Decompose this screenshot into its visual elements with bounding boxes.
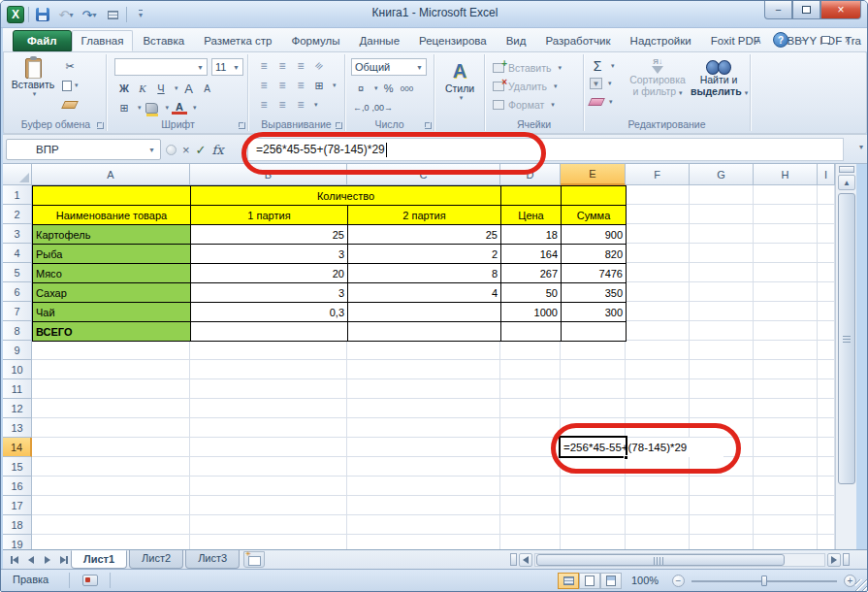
cell-D3[interactable]: 18 — [500, 224, 562, 245]
formula-input[interactable]: =256*45-55+(78-145)*29 — [247, 138, 844, 161]
close-button[interactable]: × — [820, 1, 861, 19]
increase-indent-button[interactable]: ≡ — [274, 97, 290, 113]
cell-C3[interactable]: 25 — [347, 224, 501, 245]
cell-A8[interactable]: ВСЕГО — [32, 321, 191, 342]
grow-font-button[interactable]: А — [181, 81, 197, 96]
italic-button[interactable]: К — [135, 81, 150, 96]
shrink-font-button[interactable]: А — [200, 81, 215, 96]
fill-handle[interactable] — [624, 455, 628, 460]
cell-E4[interactable]: 820 — [561, 244, 627, 264]
insert-worksheet-button[interactable] — [243, 551, 265, 568]
tab-Разметка стр[interactable]: Разметка стр — [194, 30, 281, 51]
comma-style-button[interactable]: 000 — [400, 81, 415, 96]
normal-view-button[interactable] — [558, 573, 579, 589]
tab-Главная[interactable]: Главная — [72, 30, 134, 51]
row-header-17[interactable]: 17 — [3, 496, 32, 515]
align-top-icon[interactable]: ≡ — [256, 58, 272, 74]
cell-A1[interactable] — [32, 185, 191, 206]
help-button[interactable]: ? — [773, 32, 788, 48]
align-left-icon[interactable]: ≡ — [256, 78, 272, 93]
cell-B2[interactable]: 1 партия — [190, 205, 348, 225]
row-header-8[interactable]: 8 — [3, 321, 32, 341]
cell-C4[interactable]: 2 — [347, 244, 501, 264]
cell-C7[interactable] — [347, 302, 501, 322]
cells-layer[interactable]: КоличествоНаименование товара1 партия2 п… — [32, 185, 835, 549]
workbook-restore-button[interactable] — [818, 32, 833, 48]
cell-A2[interactable]: Наименование товара — [32, 205, 191, 225]
number-dialog-launcher[interactable] — [425, 122, 432, 129]
page-layout-view-button[interactable] — [579, 573, 600, 589]
tab-Надстройки[interactable]: Надстройки — [621, 30, 701, 51]
cell-B3[interactable]: 25 — [190, 224, 348, 245]
alignment-dialog-launcher[interactable] — [336, 122, 342, 129]
tab-Вставка[interactable]: Вставка — [133, 30, 194, 51]
row-header-5[interactable]: 5 — [3, 263, 32, 282]
row-header-9[interactable]: 9 — [3, 341, 32, 360]
vertical-scrollbar[interactable]: ▲ — [835, 164, 856, 549]
column-header-A[interactable]: A — [32, 164, 190, 185]
name-box[interactable]: ВПР▼ — [6, 139, 161, 160]
row-header-6[interactable]: 6 — [3, 282, 32, 302]
column-header-C[interactable]: C — [347, 164, 500, 185]
cell-B8[interactable] — [190, 321, 348, 342]
cell-A3[interactable]: Картофель — [32, 224, 191, 245]
increase-decimal-button[interactable]: ←,0 — [353, 100, 370, 115]
vertical-split-handle[interactable] — [839, 166, 854, 173]
format-cells-button[interactable]: Формат▾ — [493, 95, 555, 114]
horizontal-scroll-track[interactable] — [534, 553, 825, 567]
row-header-1[interactable]: 1 — [3, 185, 32, 205]
cut-button[interactable]: ✂ — [62, 58, 78, 74]
row-header-4[interactable]: 4 — [3, 244, 32, 263]
font-size-select[interactable]: 11▼ — [211, 58, 243, 76]
cell-D1[interactable] — [500, 185, 562, 206]
orientation-button[interactable]: ≡ — [308, 55, 331, 78]
format-painter-button[interactable] — [62, 97, 78, 113]
tab-Разработчик[interactable]: Разработчик — [536, 30, 621, 51]
horizontal-scroll-thumb[interactable] — [536, 554, 785, 566]
cell-B5[interactable]: 20 — [190, 263, 348, 283]
cell-E7[interactable]: 300 — [561, 302, 627, 322]
underline-button[interactable]: Ч — [153, 81, 169, 96]
align-middle-icon[interactable]: ≡ — [274, 58, 290, 74]
macro-record-icon[interactable] — [82, 575, 98, 586]
tab-split-handle[interactable] — [510, 553, 517, 566]
cell-E8[interactable] — [561, 321, 627, 342]
copy-button[interactable]: ▾ — [62, 78, 79, 93]
cell-C6[interactable]: 4 — [347, 282, 501, 303]
row-header-13[interactable]: 13 — [3, 418, 32, 438]
page-break-view-button[interactable] — [600, 573, 622, 589]
row-header-11[interactable]: 11 — [3, 379, 32, 399]
sort-filter-button[interactable]: Я↓ Сортировкаи фильтр▾ — [627, 58, 689, 99]
collapse-ribbon-icon[interactable]: ∧ — [751, 32, 766, 48]
sheet-tab-Лист1[interactable]: Лист1 — [71, 550, 127, 569]
cell-E2[interactable]: Сумма — [561, 205, 627, 225]
column-header-H[interactable]: H — [754, 164, 818, 185]
column-header-I[interactable]: I — [818, 164, 835, 185]
column-header-G[interactable]: G — [690, 164, 754, 185]
row-header-3[interactable]: 3 — [3, 224, 32, 244]
zoom-thumb[interactable] — [761, 576, 767, 586]
cell-C5[interactable]: 8 — [347, 263, 501, 283]
insert-cells-button[interactable]: Вставить▾ — [493, 58, 562, 77]
find-select-button[interactable]: Найти ивыделить▾ — [691, 58, 747, 99]
scroll-right-button[interactable] — [827, 553, 841, 567]
clear-button[interactable] — [588, 98, 605, 106]
row-header-16[interactable]: 16 — [3, 477, 32, 496]
last-sheet-button[interactable] — [56, 552, 71, 567]
row-header-18[interactable]: 18 — [3, 515, 32, 535]
horizontal-split-handle[interactable] — [843, 553, 850, 566]
row-header-12[interactable]: 12 — [3, 399, 32, 418]
cell-C8[interactable] — [347, 321, 501, 342]
workbook-close-button[interactable]: × — [840, 32, 855, 48]
zoom-out-button[interactable]: − — [672, 575, 685, 587]
column-header-D[interactable]: D — [500, 164, 561, 185]
row-header-14[interactable]: 14 — [3, 438, 32, 457]
cell-D4[interactable]: 164 — [500, 244, 562, 264]
merge-center-button[interactable]: ⊞ — [311, 78, 327, 93]
sheet-tab-Лист3[interactable]: Лист3 — [185, 550, 240, 569]
autosum-button[interactable]: Σ — [590, 58, 605, 74]
row-header-2[interactable]: 2 — [3, 205, 32, 224]
select-all-corner[interactable] — [3, 164, 32, 185]
cell-C2[interactable]: 2 партия — [347, 205, 501, 225]
zoom-level[interactable]: 100% — [631, 575, 659, 586]
